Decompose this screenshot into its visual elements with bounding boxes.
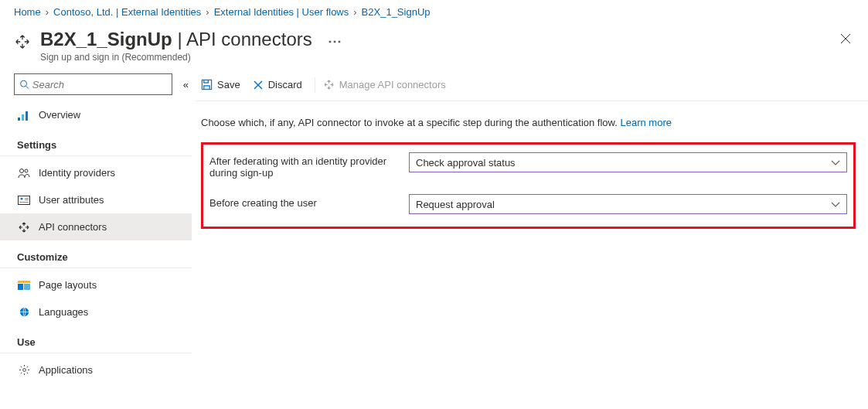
sidebar-item-label: Page layouts bbox=[39, 279, 97, 291]
learn-more-link[interactable]: Learn more bbox=[620, 117, 671, 128]
svg-rect-4 bbox=[18, 118, 20, 121]
sidebar-heading-customize: Customize bbox=[14, 251, 192, 263]
breadcrumb-current[interactable]: B2X_1_SignUp bbox=[362, 6, 431, 18]
highlighted-region: After federating with an identity provid… bbox=[201, 142, 856, 229]
svg-point-7 bbox=[20, 169, 24, 172]
connector-icon bbox=[17, 221, 31, 233]
page-subtitle: Sign up and sign in (Recommended) bbox=[40, 52, 840, 63]
search-input[interactable] bbox=[14, 73, 172, 95]
sidebar-item-page-layouts[interactable]: Page layouts bbox=[0, 271, 192, 298]
select-value: Check approval status bbox=[416, 157, 516, 169]
svg-rect-16 bbox=[24, 284, 30, 290]
main-content: Save Discard Manage API connectors Choos… bbox=[195, 73, 868, 409]
toolbar: Save Discard Manage API connectors bbox=[195, 73, 868, 101]
manage-connectors-button[interactable]: Manage API connectors bbox=[323, 79, 446, 90]
layout-icon bbox=[17, 279, 31, 291]
select-value: Request approval bbox=[416, 199, 495, 210]
svg-rect-5 bbox=[22, 114, 24, 121]
sidebar: « Overview Settings Identity providers U… bbox=[0, 73, 195, 409]
connector-icon bbox=[323, 79, 335, 90]
svg-rect-12 bbox=[25, 199, 29, 200]
intro-text: Choose which, if any, API connector to i… bbox=[201, 117, 856, 128]
svg-rect-11 bbox=[25, 198, 29, 199]
page-title: B2X_1_SignUp | API connectors ⋯ bbox=[40, 29, 840, 50]
svg-rect-15 bbox=[18, 284, 23, 290]
chevron-right-icon: › bbox=[46, 6, 49, 18]
sidebar-item-label: API connectors bbox=[39, 221, 107, 233]
svg-rect-14 bbox=[18, 281, 30, 283]
svg-rect-6 bbox=[26, 111, 28, 121]
svg-point-10 bbox=[21, 197, 23, 199]
save-button[interactable]: Save bbox=[201, 79, 240, 90]
svg-point-8 bbox=[25, 169, 28, 172]
breadcrumb-userflows[interactable]: External Identities | User flows bbox=[214, 6, 349, 18]
discard-button[interactable]: Discard bbox=[253, 79, 302, 90]
save-icon bbox=[201, 79, 213, 90]
svg-line-3 bbox=[26, 86, 29, 88]
search-icon bbox=[19, 79, 29, 90]
chevron-right-icon: › bbox=[206, 6, 209, 18]
sidebar-heading-settings: Settings bbox=[14, 139, 192, 151]
users-icon bbox=[17, 167, 31, 179]
sidebar-item-overview[interactable]: Overview bbox=[0, 101, 192, 128]
gear-icon bbox=[17, 364, 31, 377]
move-arrows-icon bbox=[14, 33, 31, 53]
sidebar-item-label: User attributes bbox=[39, 194, 104, 206]
form-row-before-creating: Before creating the user Request approva… bbox=[209, 194, 847, 214]
chevron-down-icon bbox=[831, 199, 840, 210]
sidebar-item-api-connectors[interactable]: API connectors bbox=[0, 213, 192, 240]
globe-icon bbox=[17, 306, 31, 319]
field-label: Before creating the user bbox=[209, 194, 409, 209]
svg-point-18 bbox=[22, 369, 26, 372]
sidebar-item-languages[interactable]: Languages bbox=[0, 298, 192, 325]
svg-point-2 bbox=[21, 80, 27, 87]
discard-icon bbox=[253, 80, 264, 90]
page-header: B2X_1_SignUp | API connectors ⋯ Sign up … bbox=[0, 21, 868, 73]
more-button[interactable]: ⋯ bbox=[328, 33, 342, 49]
form-row-after-federating: After federating with an identity provid… bbox=[209, 152, 847, 179]
overview-icon bbox=[17, 109, 31, 121]
after-federating-select[interactable]: Check approval status bbox=[409, 152, 847, 172]
sidebar-item-user-attributes[interactable]: User attributes bbox=[0, 186, 192, 213]
before-creating-select[interactable]: Request approval bbox=[409, 194, 847, 214]
collapse-sidebar-button[interactable]: « bbox=[180, 76, 192, 94]
breadcrumb-home[interactable]: Home bbox=[14, 6, 41, 18]
breadcrumb: Home › Contoso, Ltd. | External Identiti… bbox=[0, 0, 868, 21]
sidebar-item-applications[interactable]: Applications bbox=[0, 356, 192, 383]
breadcrumb-tenant[interactable]: Contoso, Ltd. | External Identities bbox=[53, 6, 201, 18]
sidebar-item-identity-providers[interactable]: Identity providers bbox=[0, 159, 192, 186]
sidebar-item-label: Languages bbox=[39, 306, 88, 318]
close-button[interactable] bbox=[840, 32, 851, 48]
field-label: After federating with an identity provid… bbox=[209, 152, 409, 179]
chevron-right-icon: › bbox=[353, 6, 356, 18]
sidebar-item-label: Identity providers bbox=[39, 167, 115, 179]
sidebar-item-label: Overview bbox=[39, 109, 80, 121]
user-card-icon bbox=[17, 194, 31, 206]
svg-rect-13 bbox=[19, 202, 29, 203]
chevron-down-icon bbox=[831, 157, 840, 169]
sidebar-item-label: Applications bbox=[39, 364, 93, 376]
sidebar-heading-use: Use bbox=[14, 336, 192, 348]
